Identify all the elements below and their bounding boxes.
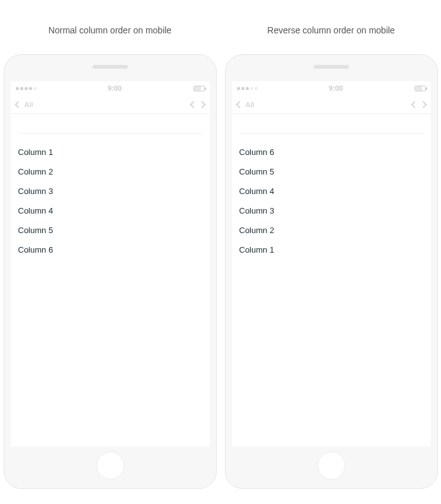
caption-reverse: Reverse column order on mobile (267, 25, 394, 35)
caption-normal: Normal column order on mobile (49, 25, 171, 35)
divider (18, 133, 202, 134)
list-item: Column 1 (18, 142, 202, 162)
phone-mockup-left: 9:00 All Column 1 Column 2 (4, 54, 217, 489)
status-time: 9:00 (37, 84, 193, 92)
list-item: Column 1 (239, 240, 423, 260)
battery-icon (193, 86, 205, 91)
nav-bar: All (232, 95, 431, 114)
status-time: 9:00 (258, 84, 415, 92)
back-chevron-icon[interactable] (236, 101, 243, 108)
example-reverse-order: Reverse column order on mobile 9:00 All (224, 0, 438, 489)
next-chevron-icon[interactable] (198, 101, 205, 108)
status-bar: 9:00 (232, 81, 431, 95)
status-bar: 9:00 (11, 81, 210, 95)
list-item: Column 6 (18, 240, 202, 260)
phone-mockup-right: 9:00 All Column 6 Column 5 (225, 54, 438, 489)
list-item: Column 2 (239, 220, 423, 240)
signal-dots-icon (16, 87, 37, 90)
signal-dots-icon (237, 87, 258, 90)
content-area-right: Column 6 Column 5 Column 4 Column 3 Colu… (232, 114, 431, 447)
list-item: Column 3 (239, 201, 423, 220)
example-normal-order: Normal column order on mobile 9:00 All (3, 0, 217, 489)
prev-chevron-icon[interactable] (190, 101, 197, 108)
list-item: Column 5 (239, 162, 423, 181)
home-button[interactable] (96, 452, 124, 479)
list-item: Column 4 (18, 201, 202, 220)
list-item: Column 2 (18, 162, 202, 181)
list-item: Column 6 (239, 142, 423, 162)
prev-chevron-icon[interactable] (411, 101, 418, 108)
battery-icon (415, 86, 426, 91)
content-area-left: Column 1 Column 2 Column 3 Column 4 Colu… (11, 114, 210, 447)
home-button[interactable] (318, 452, 345, 479)
list-item: Column 4 (239, 181, 423, 201)
phone-speaker (93, 65, 128, 69)
next-chevron-icon[interactable] (420, 101, 427, 108)
nav-bar: All (11, 95, 210, 114)
nav-title: All (246, 101, 255, 108)
nav-title: All (25, 101, 33, 108)
phone-speaker (314, 65, 349, 69)
phone-screen-right: 9:00 All Column 6 Column 5 (232, 81, 431, 447)
list-item: Column 3 (18, 181, 202, 201)
phone-screen-left: 9:00 All Column 1 Column 2 (11, 81, 210, 447)
divider (239, 133, 423, 134)
list-item: Column 5 (18, 220, 202, 240)
back-chevron-icon[interactable] (14, 101, 21, 108)
